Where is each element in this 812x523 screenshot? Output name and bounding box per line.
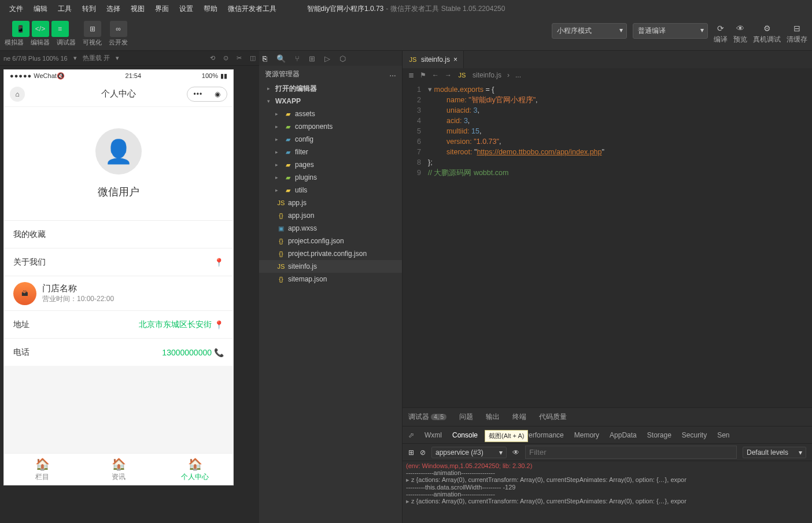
debug-icon[interactable]: ▷	[324, 54, 330, 63]
editor-breadcrumb: ≣⚑←→ JSsiteinfo.js›...	[403, 68, 812, 82]
address-row[interactable]: 地址北京市东城区长安街📍	[4, 310, 233, 338]
open-editors-section[interactable]: ▸打开的编辑器	[259, 82, 402, 95]
menu-help[interactable]: 帮助	[199, 2, 222, 16]
storage-tab[interactable]: Storage	[647, 431, 671, 439]
file-sitemap[interactable]: {}sitemap.json	[259, 273, 402, 285]
clear-icon[interactable]: ⊘	[420, 448, 426, 457]
filter-input[interactable]	[525, 446, 737, 459]
compile-select[interactable]: 普通编译	[633, 23, 708, 39]
menu-devtools[interactable]: 微信开发者工具	[223, 2, 281, 16]
username: 微信用户	[98, 185, 139, 199]
sensor-tab[interactable]: Sen	[717, 431, 729, 439]
files-icon[interactable]: ⎘	[263, 54, 267, 63]
file-app-js[interactable]: JSapp.js	[259, 196, 402, 209]
file-project-private[interactable]: {}project.private.config.json	[259, 247, 402, 260]
compile-icon[interactable]: ⟳	[715, 23, 726, 34]
performance-tab[interactable]: Performance	[524, 431, 564, 439]
about-row[interactable]: 关于我们📍	[4, 248, 233, 276]
store-icon: 🏔	[13, 282, 36, 305]
bookmark-icon[interactable]: ⚑	[420, 71, 426, 79]
menu-select[interactable]: 选择	[102, 2, 125, 16]
security-tab[interactable]: Security	[682, 431, 707, 439]
menubar: 文件 编辑 工具 转到 选择 视图 界面 设置 帮助 微信开发者工具	[0, 0, 812, 17]
store-row[interactable]: 🏔 门店名称营业时间：10:00-22:00	[4, 276, 233, 310]
menu-interface[interactable]: 界面	[150, 2, 174, 16]
phone-frame: ●●●●● WeChat🔇 21:54 100%▮▮ ⌂ 个人中心 •••◉ 👤…	[3, 69, 234, 485]
more-icon[interactable]: …	[389, 70, 396, 78]
device-info[interactable]: ne 6/7/8 Plus 100% 16	[3, 55, 68, 62]
folder-config[interactable]: ▸▰config	[259, 133, 402, 146]
folder-components[interactable]: ▸▰components	[259, 120, 402, 133]
folder-filter[interactable]: ▸▰filter	[259, 146, 402, 158]
ext-icon[interactable]: ⊞	[309, 54, 315, 63]
debugger-tab[interactable]: 调试器 4, 5	[408, 412, 446, 422]
debugger-toggle[interactable]: ≡	[51, 21, 69, 37]
terminal-tab[interactable]: 终端	[512, 412, 526, 422]
project-root[interactable]: ▾WXAPP	[259, 95, 402, 107]
tab-profile[interactable]: 🏠个人中心	[157, 454, 233, 485]
menu-tools[interactable]: 工具	[53, 2, 76, 16]
search-icon[interactable]: 🔍	[276, 54, 286, 63]
file-siteinfo[interactable]: JSsiteinfo.js	[259, 260, 402, 273]
editor-toggle[interactable]: </>	[32, 21, 49, 37]
editor-tab[interactable]: JSsiteinfo.js×	[403, 51, 464, 68]
capsule-close[interactable]: ◉	[215, 90, 220, 98]
file-app-json[interactable]: {}app.json	[259, 209, 402, 222]
rotate-icon[interactable]: ⟲	[210, 54, 215, 62]
pin-icon: 📍	[214, 320, 224, 329]
cut-icon[interactable]: ✂	[237, 54, 242, 62]
hot-reload[interactable]: 热重载 开	[83, 54, 110, 62]
menu-settings[interactable]: 设置	[175, 2, 198, 16]
console-output[interactable]: (env: Windows,mp,1.05.2204250; lib: 2.30…	[403, 461, 812, 523]
screenshot-tooltip: 截图(Alt + A)	[485, 430, 528, 442]
phone-row[interactable]: 电话13000000000📞	[4, 338, 233, 366]
output-tab[interactable]: 输出	[486, 412, 500, 422]
capsule-more[interactable]: •••	[194, 90, 203, 98]
file-app-wxss[interactable]: ▣app.wxss	[259, 222, 402, 235]
capture-icon[interactable]: ◫	[250, 54, 256, 62]
menu-view[interactable]: 视图	[126, 2, 149, 16]
close-icon[interactable]: ×	[453, 55, 457, 64]
inspect-icon[interactable]: ⬀	[408, 431, 414, 439]
plugin-icon[interactable]: ⬡	[339, 54, 346, 63]
debugger-panel: 调试器 4, 5 问题 输出 终端 代码质量 ⬀ Wxml Console Ne…	[403, 407, 812, 523]
wxml-tab[interactable]: Wxml	[425, 431, 442, 439]
favorites-row[interactable]: 我的收藏	[4, 220, 233, 248]
folder-assets[interactable]: ▸▰assets	[259, 107, 402, 120]
avatar[interactable]: 👤	[95, 128, 142, 175]
nav-back-icon[interactable]: ←	[432, 71, 439, 79]
issues-tab[interactable]: 问题	[459, 412, 473, 422]
menu-file[interactable]: 文件	[5, 2, 28, 16]
live-icon[interactable]: 👁	[512, 448, 519, 457]
home-icon[interactable]: ⌂	[10, 87, 25, 102]
folder-utils[interactable]: ▸▰utils	[259, 184, 402, 196]
memory-tab[interactable]: Memory	[574, 431, 599, 439]
appdata-tab[interactable]: AppData	[610, 431, 637, 439]
tab-columns[interactable]: 🏠栏目	[4, 454, 80, 485]
file-explorer: ⎘🔍⑂⊞▷⬡ 资源管理器… ▸打开的编辑器 ▾WXAPP ▸▰assets ▸▰…	[259, 51, 403, 523]
cloud-button[interactable]: ∞	[110, 21, 127, 37]
record-icon[interactable]: ⊙	[223, 54, 228, 62]
tab-news[interactable]: 🏠资讯	[80, 454, 157, 485]
quality-tab[interactable]: 代码质量	[539, 412, 567, 422]
clear-cache-icon[interactable]: ⊟	[792, 23, 802, 34]
expand-icon[interactable]: ⊞	[408, 448, 414, 457]
home-tab-icon: 🏠	[35, 457, 50, 471]
nav-fwd-icon[interactable]: →	[445, 71, 452, 79]
simulator-toggle[interactable]: 📱	[12, 21, 29, 37]
code-editor[interactable]: 123456789 ▾ module.exports = { name: "智能…	[403, 82, 812, 407]
folder-pages[interactable]: ▸▰pages	[259, 158, 402, 171]
visual-button[interactable]: ⊞	[84, 21, 101, 37]
levels-select[interactable]: Default levels	[743, 447, 806, 458]
context-select[interactable]: appservice (#3)	[431, 447, 507, 458]
menu-edit[interactable]: 编辑	[29, 2, 52, 16]
branch-icon[interactable]: ⑂	[295, 54, 300, 63]
mode-select[interactable]: 小程序模式	[552, 23, 627, 39]
remote-debug-icon[interactable]: ⚙	[762, 23, 772, 34]
folder-plugins[interactable]: ▸▰plugins	[259, 171, 402, 184]
file-project-config[interactable]: {}project.config.json	[259, 235, 402, 247]
console-tab[interactable]: Console	[452, 431, 478, 439]
menu-goto[interactable]: 转到	[77, 2, 101, 16]
toggle-panel-icon[interactable]: ≣	[408, 71, 414, 79]
preview-icon[interactable]: 👁	[735, 23, 745, 34]
